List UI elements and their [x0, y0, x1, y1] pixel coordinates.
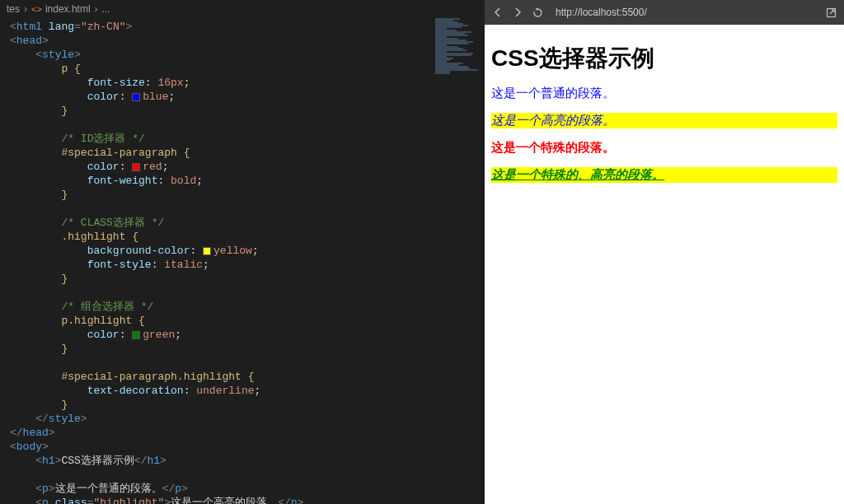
arrow-right-icon	[513, 7, 523, 17]
preview-heading: CSS选择器示例	[491, 43, 837, 74]
color-swatch-green	[132, 331, 140, 339]
color-swatch-blue	[132, 93, 140, 101]
preview-content: CSS选择器示例 这是一个普通的段落。 这是一个高亮的段落。 这是一个特殊的段落…	[485, 25, 844, 504]
reload-icon	[532, 7, 543, 18]
breadcrumb-sep: ›	[24, 3, 27, 15]
html-file-icon: <>	[31, 4, 42, 14]
external-link-icon	[826, 7, 837, 18]
color-swatch-red	[132, 163, 140, 171]
back-button[interactable]	[491, 6, 504, 19]
minimap[interactable]	[435, 18, 485, 76]
preview-paragraph-special-highlight: 这是一个特殊的、高亮的段落。	[491, 167, 837, 183]
forward-button[interactable]	[511, 6, 524, 19]
open-external-button[interactable]	[824, 6, 837, 19]
breadcrumb-file: index.html	[45, 3, 91, 15]
editor-pane: tes › <> index.html › ... <html lang="zh…	[0, 0, 485, 504]
reload-button[interactable]	[531, 6, 544, 19]
arrow-left-icon	[493, 7, 503, 17]
code-editor[interactable]: <html lang="zh-CN"> <head> <style> p { f…	[0, 18, 485, 504]
browser-pane: CSS选择器示例 这是一个普通的段落。 这是一个高亮的段落。 这是一个特殊的段落…	[485, 0, 844, 504]
breadcrumb[interactable]: tes › <> index.html › ...	[0, 0, 485, 18]
color-swatch-yellow	[203, 247, 211, 255]
preview-paragraph-special: 这是一个特殊的段落。	[491, 140, 837, 156]
preview-paragraph-normal: 这是一个普通的段落。	[491, 86, 837, 101]
breadcrumb-folder: tes	[7, 3, 20, 15]
preview-paragraph-highlight: 这是一个高亮的段落。	[491, 113, 837, 128]
breadcrumb-sep: ›	[95, 3, 98, 15]
browser-toolbar	[485, 0, 844, 25]
url-input[interactable]	[551, 4, 818, 21]
breadcrumb-more: ...	[102, 3, 110, 15]
